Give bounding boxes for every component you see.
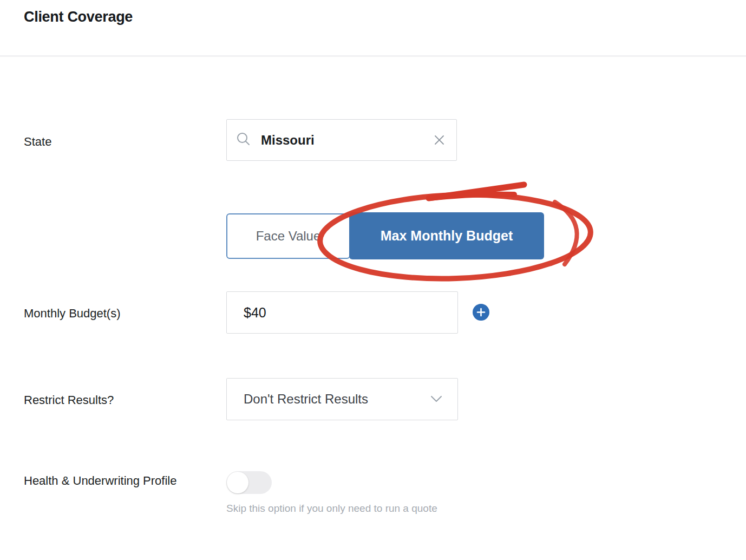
state-label: State — [24, 133, 51, 151]
max-monthly-budget-button[interactable]: Max Monthly Budget — [349, 212, 544, 259]
face-value-label: Face Value — [256, 229, 321, 244]
page-title: Client Coverage — [24, 9, 133, 25]
monthly-budget-label: Monthly Budget(s) — [24, 304, 121, 322]
face-value-button[interactable]: Face Value — [226, 213, 350, 259]
restrict-results-select[interactable]: Don't Restrict Results — [226, 378, 458, 420]
plus-icon — [476, 308, 486, 317]
search-icon — [236, 132, 251, 148]
restrict-results-value: Don't Restrict Results — [244, 392, 429, 407]
clear-state-icon[interactable] — [433, 134, 446, 146]
chevron-down-icon — [429, 394, 443, 404]
state-search-box[interactable] — [226, 119, 457, 161]
health-profile-toggle[interactable] — [226, 471, 272, 494]
health-underwriting-label: Health & Underwriting Profile — [24, 472, 192, 490]
monthly-budget-input[interactable] — [226, 291, 458, 334]
header-divider — [0, 55, 746, 57]
add-budget-button[interactable] — [473, 304, 489, 321]
toggle-knob — [227, 472, 248, 493]
health-profile-helper-text: Skip this option if you only need to run… — [226, 503, 437, 515]
restrict-results-label: Restrict Results? — [24, 391, 114, 409]
max-monthly-budget-label: Max Monthly Budget — [381, 228, 513, 244]
state-search-input[interactable] — [260, 132, 433, 148]
